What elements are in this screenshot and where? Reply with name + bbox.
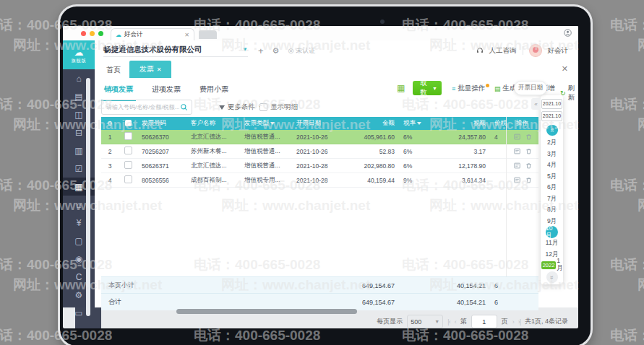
- settings-gear-icon[interactable]: ⚙: [272, 46, 280, 56]
- close-window-button[interactable]: [81, 31, 86, 36]
- zoom-window-button[interactable]: [98, 31, 103, 36]
- refresh-label: 刷新: [568, 84, 578, 102]
- panel-collapse-handle[interactable]: «: [531, 98, 541, 110]
- cell-date: 2021-10-26: [295, 134, 340, 141]
- table-row[interactable]: 270256207苏州新木餐...增值税普通...2021-10-2652.83…: [101, 144, 538, 159]
- more-filters-button[interactable]: 更多条件 ▼: [219, 102, 263, 112]
- browser-tab[interactable]: ☁ 好会计 ✕: [111, 28, 194, 40]
- scan-grid-icon[interactable]: ▦: [397, 83, 405, 93]
- month-item-5月[interactable]: 5月: [545, 171, 559, 183]
- product-name: 好会计: [548, 46, 569, 56]
- table-row[interactable]: 480526556成都百裕制...增值税专用...2021-10-2840,15…: [101, 173, 538, 188]
- unverified-badge[interactable]: ◎ 未认证: [288, 46, 315, 56]
- row-checkbox[interactable]: [119, 175, 137, 185]
- next-page-button[interactable]: ›: [512, 318, 514, 326]
- delete-invoice-icon[interactable]: [525, 134, 532, 140]
- cell-type: 增值税专用...: [241, 176, 295, 185]
- scroll-months-down-button[interactable]: «: [546, 271, 558, 283]
- app-logo[interactable]: ☁ 旗舰版: [63, 40, 95, 69]
- last-page-button[interactable]: ›|: [518, 318, 520, 326]
- company-name: 畅捷通信息技术股份有限公司: [103, 45, 242, 55]
- month-item-2月[interactable]: 2月: [545, 137, 559, 149]
- table-row[interactable]: 150626370北京汇德达...增值税普通...2021-10-26405,9…: [101, 130, 538, 144]
- show-detail-checkbox[interactable]: [259, 103, 267, 111]
- add-company-icon[interactable]: +: [258, 45, 264, 56]
- date-to-input[interactable]: [541, 111, 562, 121]
- subtab-进项发票[interactable]: 进项发票: [149, 81, 184, 101]
- support-link[interactable]: 人工咨询: [489, 46, 517, 56]
- filter-funnel-icon[interactable]: [417, 122, 421, 125]
- company-selector[interactable]: 畅捷通信息技术股份有限公司 ▼: [103, 45, 248, 57]
- filter-funnel-icon[interactable]: [270, 122, 275, 125]
- show-detail-toggle[interactable]: 显示明细: [259, 102, 298, 112]
- preview-invoice-icon[interactable]: [514, 134, 520, 140]
- select-all-checkbox[interactable]: [119, 120, 137, 128]
- row-checkbox[interactable]: [119, 161, 137, 170]
- next-year-row[interactable]: 2022 1月: [541, 260, 563, 270]
- batch-actions-button[interactable]: ≡ 批量操作: [452, 84, 489, 93]
- page-close-icon[interactable]: ✕: [562, 64, 568, 74]
- search-icon[interactable]: [180, 103, 188, 111]
- invoice-date-pill[interactable]: 开票日期: [514, 81, 547, 95]
- fetch-data-button[interactable]: 取数 ▼: [413, 81, 442, 95]
- delete-invoice-icon[interactable]: [525, 162, 532, 169]
- header-code[interactable]: 发票号码: [137, 119, 188, 128]
- search-input[interactable]: [102, 104, 180, 110]
- page-number-input[interactable]: [471, 315, 497, 328]
- subtab-销项发票[interactable]: 销项发票: [101, 81, 136, 101]
- nav-tab-close-icon[interactable]: ✕: [157, 66, 162, 73]
- month-item-6月[interactable]: 6月: [545, 182, 559, 193]
- page-subtotal-row: 本页小计 649,154.67 40,154.21 6: [101, 276, 538, 294]
- tab-close-icon[interactable]: ✕: [184, 32, 189, 38]
- tab-title: 好会计: [124, 30, 181, 39]
- month-item-4月[interactable]: 4月: [545, 160, 559, 171]
- month-item-7月[interactable]: 7月: [545, 193, 559, 205]
- user-avatar[interactable]: [529, 44, 542, 57]
- horizontal-scrollbar[interactable]: [176, 309, 357, 314]
- cell-code: 70256207: [137, 148, 188, 155]
- header-customer[interactable]: 客户名称: [188, 119, 241, 128]
- header-rate[interactable]: 税率: [400, 119, 434, 128]
- month-item-11月[interactable]: 11月: [545, 237, 559, 249]
- cell-code: 50626370: [137, 134, 188, 141]
- preview-invoice-icon[interactable]: [514, 177, 520, 183]
- first-page-button[interactable]: |‹: [447, 318, 450, 326]
- preview-invoice-icon[interactable]: [514, 148, 520, 154]
- per-page-select[interactable]: 500 ▼: [407, 315, 443, 328]
- row-checkbox[interactable]: [119, 147, 137, 156]
- cell-rate: 6%: [400, 162, 434, 170]
- subtab-费用小票[interactable]: 费用小票: [197, 81, 231, 101]
- prev-page-button[interactable]: ‹: [455, 318, 456, 326]
- month-item-8月[interactable]: 8月: [545, 204, 559, 216]
- header-tax[interactable]: 税额: [434, 119, 491, 128]
- month-item-3月[interactable]: 3月: [545, 149, 559, 160]
- cell-rate: 6%: [400, 148, 434, 155]
- header-date[interactable]: 开票日期: [295, 119, 340, 128]
- fetch-label: 取数: [417, 79, 430, 97]
- date-from-input[interactable]: [541, 99, 562, 109]
- browser-profile-icon[interactable]: [564, 29, 572, 37]
- scroll-months-up-button[interactable]: «: [546, 125, 558, 136]
- month-item-10月[interactable]: 10月: [546, 226, 558, 238]
- sidebar-scrollbar[interactable]: [86, 78, 90, 316]
- funnel-icon: [219, 105, 225, 110]
- traffic-lights: [81, 31, 103, 36]
- header-total[interactable]: 价税合计: [491, 119, 506, 128]
- column-settings-gear-icon[interactable]: ⚙: [101, 120, 119, 127]
- minimize-window-button[interactable]: [90, 31, 95, 36]
- row-checkbox[interactable]: [119, 132, 137, 141]
- delete-invoice-icon[interactable]: [525, 148, 532, 154]
- delete-invoice-icon[interactable]: [525, 177, 532, 183]
- nav-tab-invoice[interactable]: 发票 ✕: [129, 61, 171, 78]
- new-tab-button[interactable]: [199, 30, 217, 39]
- cell-type: 增值税普通...: [241, 147, 295, 156]
- grand-total-row: 合计 649,154.67 40,154.21 6: [101, 293, 538, 310]
- table-row[interactable]: 350626371北京汇德达...增值税普通...2021-10-28202,9…: [101, 159, 538, 173]
- preview-invoice-icon[interactable]: [514, 162, 520, 169]
- cell-tax: 3.17: [434, 148, 491, 155]
- header-amount[interactable]: 金额: [340, 119, 400, 128]
- header-type[interactable]: 发票类型: [241, 119, 295, 128]
- total-total-clipped: 6: [491, 299, 506, 306]
- subtotal-label: 本页小计: [101, 281, 188, 290]
- nav-tab-home[interactable]: 首页: [106, 65, 121, 75]
